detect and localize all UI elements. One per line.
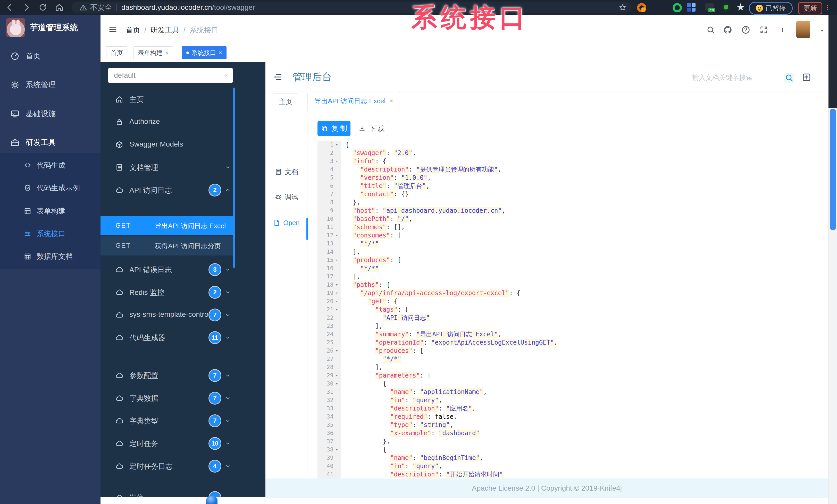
swagger-item-3[interactable]: 文档管理 — [101, 156, 233, 179]
group-select[interactable]: default — [108, 68, 233, 83]
font-size-icon[interactable]: TT — [777, 25, 786, 35]
fold-icon[interactable]: ▾ — [334, 446, 340, 454]
code-gutter[interactable]: 29▾ — [318, 371, 341, 379]
swagger-item-more-4[interactable]: 参数配置7 — [101, 364, 233, 387]
swagger-item-0[interactable]: 主页 — [101, 88, 233, 111]
floating-widget-icon[interactable] — [206, 496, 217, 504]
copy-button[interactable]: 复 制 — [318, 121, 351, 136]
extension-icon[interactable] — [736, 3, 745, 11]
rail-item-调试[interactable]: 调试 — [265, 186, 307, 207]
fold-icon[interactable]: ▾ — [334, 371, 340, 379]
user-avatar[interactable] — [796, 21, 810, 38]
swagger-item-more-7[interactable]: 定时任务10 — [101, 432, 233, 455]
code-editor[interactable]: 1▾{2"swagger": "2.0",3▾"info": {4"descri… — [318, 141, 827, 479]
language-toggle-icon[interactable]: 中 — [802, 73, 811, 82]
fold-icon[interactable]: ▾ — [334, 297, 340, 305]
fold-icon[interactable]: ▾ — [334, 157, 340, 165]
browser-update-button[interactable]: 更新 — [798, 2, 822, 14]
extension-icon[interactable] — [673, 3, 682, 12]
rail-item-文档[interactable]: 文档 — [265, 162, 307, 182]
code-gutter[interactable]: 39 — [318, 454, 341, 462]
swagger-operation-0[interactable]: GET导出API 访问日志 Excel — [101, 216, 233, 236]
code-gutter[interactable]: 33 — [318, 404, 341, 413]
code-gutter[interactable]: 4 — [318, 165, 341, 173]
code-gutter[interactable]: 23 — [318, 322, 341, 330]
code-gutter[interactable]: 19▾ — [318, 289, 341, 297]
code-gutter[interactable]: 6 — [318, 182, 341, 190]
swagger-item-more-3[interactable]: 代码生成器11 — [101, 326, 233, 349]
code-gutter[interactable]: 18▾ — [318, 281, 341, 289]
code-gutter[interactable]: 1▾ — [318, 141, 341, 149]
code-gutter[interactable]: 24 — [318, 330, 341, 338]
rail-item-open[interactable]: Open — [265, 212, 307, 233]
tag-2[interactable]: 系统接口× — [182, 46, 227, 59]
code-gutter[interactable]: 9 — [318, 207, 341, 215]
breadcrumb-item[interactable]: 研发工具 — [150, 25, 179, 35]
code-gutter[interactable]: 15▾ — [318, 256, 341, 264]
swagger-item-more-1[interactable]: Redis 监控2 — [101, 281, 233, 304]
app-logo-row[interactable]: 芋道管理系统 — [6, 18, 78, 37]
swagger-item-more-5[interactable]: 字典数据7 — [101, 387, 233, 410]
code-gutter[interactable]: 37 — [318, 437, 341, 446]
code-gutter[interactable]: 10 — [318, 215, 341, 223]
sidebar-subitem-1[interactable]: 代码生成示例 — [0, 177, 101, 199]
doc-tab-close-icon[interactable]: × — [390, 97, 393, 105]
breadcrumb-item[interactable]: 首页 — [126, 25, 140, 35]
code-gutter[interactable]: 20▾ — [318, 297, 341, 305]
code-gutter[interactable]: 11 — [318, 223, 341, 231]
swagger-operation-1[interactable]: GET获得API 访问日志分页 — [101, 237, 233, 256]
code-gutter[interactable]: 16 — [318, 264, 341, 273]
code-gutter[interactable]: 40 — [318, 462, 341, 470]
extension-icon[interactable] — [705, 3, 714, 11]
doc-tab-0[interactable]: 主页 — [272, 93, 299, 110]
fold-icon[interactable]: ▾ — [334, 281, 340, 289]
github-icon[interactable] — [723, 25, 732, 35]
swagger-item-more-9[interactable]: 岗位 — [101, 486, 233, 497]
tag-close-icon[interactable]: × — [219, 50, 222, 56]
code-gutter[interactable]: 41 — [318, 470, 341, 479]
code-gutter[interactable]: 31 — [318, 388, 341, 396]
collapse-menu-icon[interactable] — [273, 72, 282, 82]
code-gutter[interactable]: 34 — [318, 413, 341, 421]
code-gutter[interactable]: 28 — [318, 363, 341, 371]
bookmark-star-icon[interactable] — [619, 3, 627, 12]
tag-0[interactable]: 首页 — [106, 46, 127, 59]
swagger-item-more-2[interactable]: sys-sms-template-controller7 — [101, 304, 233, 326]
code-gutter[interactable]: 26▾ — [318, 347, 341, 355]
code-gutter[interactable]: 7 — [318, 190, 341, 198]
sidebar-subitem-2[interactable]: 表单构建 — [0, 200, 101, 223]
code-gutter[interactable]: 14 — [318, 248, 341, 256]
home-icon[interactable] — [55, 3, 64, 12]
back-icon[interactable] — [5, 3, 14, 12]
swagger-item-1[interactable]: Authorize — [101, 111, 233, 133]
sidebar-subitem-4[interactable]: 数据库文档 — [0, 245, 101, 268]
swagger-item-more-0[interactable]: API 错误日志3 — [101, 258, 233, 281]
tag-1[interactable]: 表单构建× — [133, 46, 173, 59]
code-gutter[interactable]: 12▾ — [318, 231, 341, 240]
sidebar-item-0[interactable]: 首页 — [0, 43, 101, 69]
reload-icon[interactable] — [38, 3, 48, 12]
fold-icon[interactable]: ▾ — [334, 347, 340, 355]
page-scrollbar[interactable] — [828, 15, 837, 504]
code-gutter[interactable]: 8 — [318, 198, 341, 207]
code-gutter[interactable]: 13 — [318, 240, 341, 248]
browser-menu-icon[interactable] — [824, 3, 831, 12]
extension-icon[interactable] — [722, 3, 730, 12]
sidebar-subitem-0[interactable]: 代码生成 — [0, 154, 101, 177]
help-icon[interactable] — [741, 25, 750, 35]
code-gutter[interactable]: 30▾ — [318, 379, 341, 388]
scrollbar-thumb[interactable] — [830, 109, 836, 230]
swagger-scrollbar-thumb[interactable] — [233, 88, 235, 268]
swagger-item-more-8[interactable]: 定时任务日志4 — [101, 455, 233, 478]
code-gutter[interactable]: 22 — [318, 314, 341, 322]
fold-icon[interactable]: ▾ — [334, 141, 340, 149]
profile-paused-pill[interactable]: 已暂停 — [749, 2, 793, 15]
header-search-icon[interactable] — [706, 25, 715, 35]
url-bar[interactable]: 不安全 dashboard.yudao.iocoder.cn/tool/swag… — [72, 2, 631, 13]
fold-icon[interactable]: ▾ — [334, 379, 340, 388]
swagger-item-more-6[interactable]: 字典类型7 — [101, 410, 233, 432]
code-gutter[interactable]: 25 — [318, 338, 341, 347]
extension-icon[interactable] — [655, 3, 664, 12]
swagger-item-4[interactable]: API 访问日志2 — [101, 179, 233, 201]
code-gutter[interactable]: 38▾ — [318, 446, 341, 454]
